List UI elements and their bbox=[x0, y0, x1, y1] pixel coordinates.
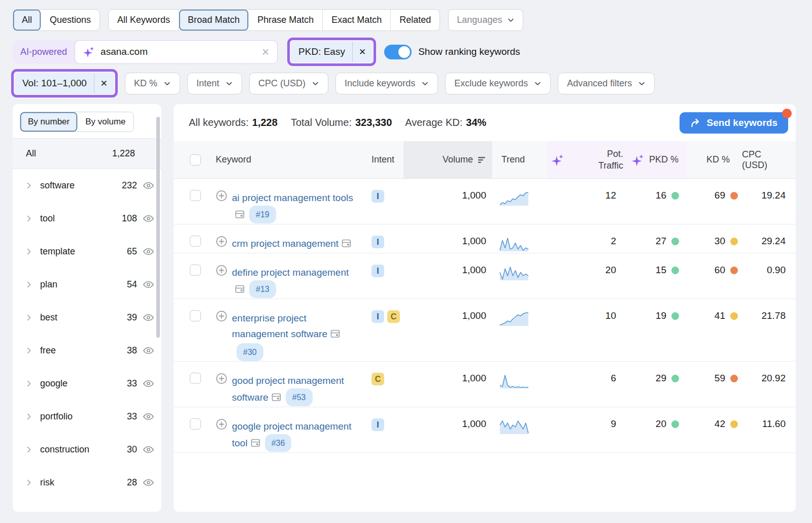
eye-icon[interactable] bbox=[143, 213, 154, 224]
keyword-link[interactable]: ai project management tools bbox=[232, 192, 353, 203]
eye-icon[interactable] bbox=[143, 444, 154, 455]
header-intent[interactable]: Intent bbox=[363, 141, 403, 178]
send-keywords-button[interactable]: Send keywords bbox=[680, 112, 788, 134]
serp-features-icon[interactable] bbox=[272, 391, 281, 407]
group-row-google[interactable]: google33 bbox=[13, 367, 161, 400]
remove-volume-filter-icon[interactable]: ✕ bbox=[94, 73, 114, 93]
group-row-plan[interactable]: plan54 bbox=[13, 268, 161, 301]
chevron-down-icon bbox=[507, 16, 515, 24]
row-checkbox[interactable] bbox=[190, 418, 201, 430]
ranking-position-badge[interactable]: #19 bbox=[249, 206, 276, 223]
remove-pkd-filter-icon[interactable]: ✕ bbox=[352, 42, 372, 62]
pot-traffic-cell: 20 bbox=[547, 253, 629, 276]
group-row-free[interactable]: free38 bbox=[13, 334, 161, 367]
keyword-link[interactable]: enterprise project management software bbox=[232, 313, 327, 339]
serp-features-icon[interactable] bbox=[235, 283, 245, 299]
eye-icon[interactable] bbox=[143, 411, 154, 422]
intent-badge-c: C bbox=[387, 310, 400, 323]
header-volume[interactable]: Volume bbox=[403, 141, 492, 178]
tab-all-keywords[interactable]: All Keywords bbox=[109, 10, 179, 30]
ranking-position-badge[interactable]: #36 bbox=[265, 434, 292, 452]
tab-broad-match[interactable]: Broad Match bbox=[179, 10, 249, 30]
filter-dropdown-include-keywords[interactable]: Include keywords bbox=[335, 73, 438, 94]
sidebar-scrollbar[interactable] bbox=[156, 117, 160, 338]
cpc-cell: 0.90 bbox=[742, 253, 796, 276]
eye-icon[interactable] bbox=[143, 312, 154, 323]
serp-features-icon[interactable] bbox=[342, 237, 351, 253]
group-row-construction[interactable]: construction30 bbox=[13, 433, 161, 466]
add-keyword-icon[interactable] bbox=[216, 236, 227, 249]
sparkle-icon bbox=[83, 46, 95, 58]
sidebar-tab-by-volume[interactable]: By volume bbox=[78, 112, 133, 132]
languages-dropdown[interactable]: Languages bbox=[448, 9, 523, 31]
cpc-cell: 19.24 bbox=[742, 179, 796, 201]
eye-icon[interactable] bbox=[143, 180, 154, 191]
ranking-position-badge[interactable]: #30 bbox=[236, 343, 263, 361]
group-row-software[interactable]: software232 bbox=[13, 169, 161, 202]
serp-features-icon[interactable] bbox=[235, 208, 245, 224]
add-keyword-icon[interactable] bbox=[216, 265, 227, 278]
filter-dropdown-kd-[interactable]: KD % bbox=[125, 73, 180, 94]
ranking-position-badge[interactable]: #13 bbox=[249, 280, 276, 298]
filter-dropdown-exclude-keywords[interactable]: Exclude keywords bbox=[445, 73, 551, 94]
volume-chip[interactable]: Vol: 101–1,000 ✕ bbox=[15, 73, 114, 93]
group-row-portfolio[interactable]: portfolio33 bbox=[13, 400, 161, 433]
group-row-best[interactable]: best39 bbox=[13, 301, 161, 334]
eye-icon[interactable] bbox=[143, 378, 154, 389]
filter-dropdown-intent[interactable]: Intent bbox=[187, 73, 242, 94]
header-pkd[interactable]: PKD % bbox=[629, 141, 686, 178]
tab-related[interactable]: Related bbox=[391, 10, 439, 30]
eye-icon[interactable] bbox=[143, 477, 154, 488]
keyword-link[interactable]: google project management tool bbox=[232, 421, 352, 448]
row-checkbox[interactable] bbox=[190, 190, 201, 201]
group-label: portfolio bbox=[40, 411, 73, 422]
group-row-template[interactable]: template65 bbox=[13, 235, 161, 268]
trend-sparkline bbox=[499, 309, 529, 326]
row-checkbox[interactable] bbox=[190, 236, 201, 247]
tab-phrase-match[interactable]: Phrase Match bbox=[249, 10, 323, 30]
row-checkbox[interactable] bbox=[190, 373, 201, 384]
clear-search-icon[interactable]: ✕ bbox=[261, 46, 269, 58]
keyword-link[interactable]: crm project management bbox=[232, 238, 339, 249]
group-row-risk[interactable]: risk28 bbox=[13, 466, 161, 499]
add-keyword-icon[interactable] bbox=[216, 310, 227, 324]
add-keyword-icon[interactable] bbox=[216, 418, 227, 432]
row-checkbox[interactable] bbox=[190, 310, 201, 321]
search-row: AI-powered asana.com ✕ PKD: Easy ✕ Show … bbox=[13, 38, 520, 66]
header-pot-traffic[interactable]: Pot.Traffic bbox=[547, 141, 629, 178]
filter-dropdown-advanced-filters[interactable]: Advanced filters bbox=[558, 73, 655, 94]
eye-icon[interactable] bbox=[143, 279, 154, 290]
tab-all[interactable]: All bbox=[13, 10, 41, 30]
header-kd[interactable]: KD % bbox=[686, 141, 742, 178]
eye-icon[interactable] bbox=[143, 246, 154, 257]
tab-exact-match[interactable]: Exact Match bbox=[323, 10, 391, 30]
row-checkbox[interactable] bbox=[190, 265, 201, 276]
trend-cell bbox=[492, 224, 547, 252]
kd-value: 59 bbox=[715, 373, 725, 384]
group-label: software bbox=[40, 180, 75, 191]
chevron-right-icon bbox=[25, 280, 33, 289]
pkd-easy-chip[interactable]: PKD: Easy ✕ bbox=[291, 42, 372, 62]
serp-features-icon[interactable] bbox=[251, 437, 260, 452]
select-all-checkbox[interactable] bbox=[190, 154, 201, 166]
pkd-value: 15 bbox=[656, 265, 666, 276]
add-keyword-icon[interactable] bbox=[216, 373, 227, 386]
pkd-cell: 29 bbox=[629, 362, 686, 384]
sidebar-tab-by-number[interactable]: By number bbox=[20, 112, 78, 132]
search-input[interactable]: asana.com ✕ bbox=[75, 40, 278, 64]
header-keyword[interactable]: Keyword bbox=[216, 141, 363, 178]
header-cpc[interactable]: CPC (USD) bbox=[742, 141, 796, 178]
group-all-row[interactable]: All 1,228 bbox=[13, 138, 161, 169]
serp-features-icon[interactable] bbox=[330, 328, 340, 343]
group-row-tool[interactable]: tool108 bbox=[13, 202, 161, 235]
ranking-position-badge[interactable]: #53 bbox=[286, 388, 313, 406]
header-trend[interactable]: Trend bbox=[492, 141, 547, 178]
add-keyword-icon[interactable] bbox=[216, 190, 227, 204]
keyword-link[interactable]: define project management bbox=[232, 267, 349, 278]
eye-icon[interactable] bbox=[143, 345, 154, 356]
trend-cell bbox=[492, 179, 547, 206]
pot-traffic-cell: 2 bbox=[547, 224, 629, 247]
filter-dropdown-cpc-usd-[interactable]: CPC (USD) bbox=[249, 73, 328, 94]
tab-questions[interactable]: Questions bbox=[41, 10, 99, 30]
show-ranking-toggle[interactable] bbox=[384, 45, 412, 59]
